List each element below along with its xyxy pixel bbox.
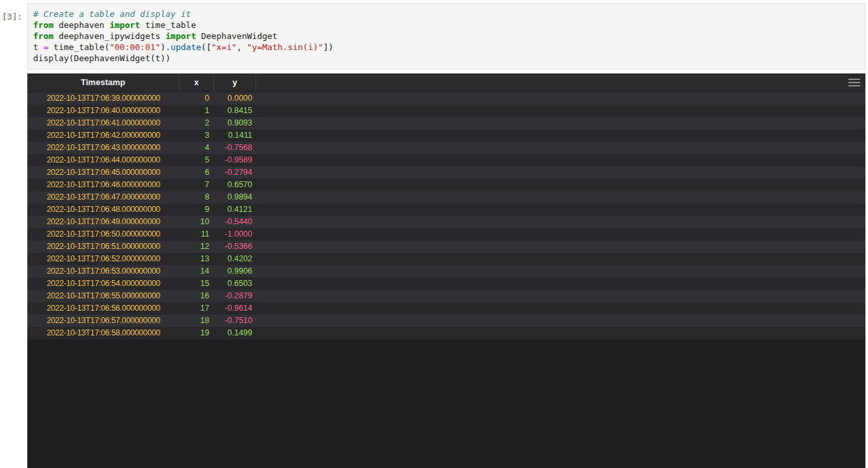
deephaven-table-widget: Timestampxy 2022-10-13T17:06:39.00000000… [27,73,865,468]
cell-x[interactable]: 7 [179,179,214,191]
cell-timestamp[interactable]: 2022-10-13T17:06:48.000000000 [27,203,179,216]
cell-y[interactable]: -0.9614 [214,302,256,315]
cell-x[interactable]: 11 [179,228,214,240]
cell-y[interactable]: -1.0000 [214,228,256,240]
table-row[interactable]: 2022-10-13T17:06:44.0000000005-0.9589 [27,154,865,166]
cell-x[interactable]: 4 [179,142,214,154]
cell-x[interactable]: 3 [179,129,214,142]
cell-x[interactable]: 18 [179,315,214,327]
cell-y[interactable]: 0.0000 [214,92,256,105]
code-line: from deephaven import time_table [33,20,860,31]
table-row[interactable]: 2022-10-13T17:06:48.00000000090.4121 [27,203,865,216]
cell-x[interactable]: 15 [179,278,214,290]
cell-y[interactable]: -0.2794 [214,166,256,179]
column-header-y[interactable]: y [214,73,256,92]
cell-timestamp[interactable]: 2022-10-13T17:06:45.000000000 [27,166,179,179]
code-token-plain: ). [161,42,171,52]
cell-x[interactable]: 8 [179,191,214,203]
code-token-plain: t [33,42,44,52]
cell-y[interactable]: -0.7568 [214,142,256,154]
cell-y[interactable]: 0.8415 [214,105,256,117]
cell-timestamp[interactable]: 2022-10-13T17:06:47.000000000 [27,191,179,203]
cell-y[interactable]: -0.2879 [214,290,256,302]
cell-timestamp[interactable]: 2022-10-13T17:06:56.000000000 [27,302,179,315]
cell-timestamp[interactable]: 2022-10-13T17:06:40.000000000 [27,105,179,117]
cell-y[interactable]: 0.1499 [214,327,256,339]
cell-x[interactable]: 0 [179,92,214,105]
code-token-keyword: import [109,20,140,30]
table-row[interactable]: 2022-10-13T17:06:53.000000000140.9906 [27,265,865,278]
table-row[interactable]: 2022-10-13T17:06:57.00000000018-0.7510 [27,315,865,327]
cell-x[interactable]: 13 [179,253,214,265]
grid-header: Timestampxy [27,73,865,92]
table-menu-button[interactable] [848,77,861,88]
cell-y[interactable]: 0.1411 [214,129,256,142]
table-row[interactable]: 2022-10-13T17:06:43.0000000004-0.7568 [27,142,865,154]
cell-y[interactable]: 0.4202 [214,253,256,265]
cell-x[interactable]: 9 [179,203,214,216]
cell-timestamp[interactable]: 2022-10-13T17:06:53.000000000 [27,265,179,278]
cell-timestamp[interactable]: 2022-10-13T17:06:41.000000000 [27,117,179,129]
code-token-string: "x=i" [211,42,237,52]
cell-y[interactable]: -0.9589 [214,154,256,166]
cell-x[interactable]: 10 [179,216,214,228]
cell-y[interactable]: -0.5366 [214,240,256,253]
cell-x[interactable]: 6 [179,166,214,179]
code-token-keyword: from [33,31,53,41]
cell-x[interactable]: 19 [179,327,214,339]
cell-timestamp[interactable]: 2022-10-13T17:06:43.000000000 [27,142,179,154]
cell-timestamp[interactable]: 2022-10-13T17:06:50.000000000 [27,228,179,240]
table-row[interactable]: 2022-10-13T17:06:40.00000000010.8415 [27,105,865,117]
table-row[interactable]: 2022-10-13T17:06:47.00000000080.9894 [27,191,865,203]
cell-timestamp[interactable]: 2022-10-13T17:06:39.000000000 [27,92,179,105]
cell-x[interactable]: 5 [179,154,214,166]
table-row[interactable]: 2022-10-13T17:06:54.000000000150.6503 [27,278,865,290]
code-cell[interactable]: # Create a table and display itfrom deep… [27,3,865,70]
table-row[interactable]: 2022-10-13T17:06:58.000000000190.1499 [27,327,865,339]
code-line: display(DeephavenWidget(t)) [33,53,860,64]
column-header-timestamp[interactable]: Timestamp [27,73,179,92]
cell-x[interactable]: 1 [179,105,214,117]
cell-timestamp[interactable]: 2022-10-13T17:06:42.000000000 [27,129,179,142]
cell-y[interactable]: 0.9906 [214,265,256,278]
column-header-x[interactable]: x [179,73,214,92]
table-row[interactable]: 2022-10-13T17:06:42.00000000030.1411 [27,129,865,142]
table-row[interactable]: 2022-10-13T17:06:50.00000000011-1.0000 [27,228,865,240]
cell-y[interactable]: -0.7510 [214,315,256,327]
cell-timestamp[interactable]: 2022-10-13T17:06:58.000000000 [27,327,179,339]
table-row[interactable]: 2022-10-13T17:06:41.00000000020.9093 [27,117,865,129]
cell-x[interactable]: 12 [179,240,214,253]
cell-y[interactable]: 0.6570 [214,179,256,191]
cell-x[interactable]: 17 [179,302,214,315]
cell-timestamp[interactable]: 2022-10-13T17:06:49.000000000 [27,216,179,228]
cell-execution-prompt: [3]: [2,11,22,22]
table-row[interactable]: 2022-10-13T17:06:49.00000000010-0.5440 [27,216,865,228]
cell-y[interactable]: 0.6503 [214,278,256,290]
code-line: t = time_table("00:00:01").update(["x=i"… [33,42,860,53]
table-row[interactable]: 2022-10-13T17:06:51.00000000012-0.5366 [27,240,865,253]
cell-timestamp[interactable]: 2022-10-13T17:06:44.000000000 [27,154,179,166]
cell-y[interactable]: -0.5440 [214,216,256,228]
cell-y[interactable]: 0.4121 [214,203,256,216]
table-row[interactable]: 2022-10-13T17:06:52.000000000130.4202 [27,253,865,265]
grid-header-columns: Timestampxy [27,73,256,92]
cell-x[interactable]: 14 [179,265,214,278]
table-row[interactable]: 2022-10-13T17:06:56.00000000017-0.9614 [27,302,865,315]
cell-timestamp[interactable]: 2022-10-13T17:06:54.000000000 [27,278,179,290]
table-row[interactable]: 2022-10-13T17:06:55.00000000016-0.2879 [27,290,865,302]
code-editor[interactable]: # Create a table and display itfrom deep… [33,8,860,64]
table-row[interactable]: 2022-10-13T17:06:45.0000000006-0.2794 [27,166,865,179]
cell-y[interactable]: 0.9093 [214,117,256,129]
cell-timestamp[interactable]: 2022-10-13T17:06:46.000000000 [27,179,179,191]
code-token-plain: deephaven [53,20,109,30]
cell-timestamp[interactable]: 2022-10-13T17:06:51.000000000 [27,240,179,253]
cell-x[interactable]: 2 [179,117,214,129]
table-row[interactable]: 2022-10-13T17:06:46.00000000070.6570 [27,179,865,191]
cell-timestamp[interactable]: 2022-10-13T17:06:52.000000000 [27,253,179,265]
table-row[interactable]: 2022-10-13T17:06:39.00000000000.0000 [27,92,865,105]
code-token-plain: DeephavenWidget [196,31,277,41]
cell-timestamp[interactable]: 2022-10-13T17:06:55.000000000 [27,290,179,302]
cell-y[interactable]: 0.9894 [214,191,256,203]
cell-timestamp[interactable]: 2022-10-13T17:06:57.000000000 [27,315,179,327]
cell-x[interactable]: 16 [179,290,214,302]
